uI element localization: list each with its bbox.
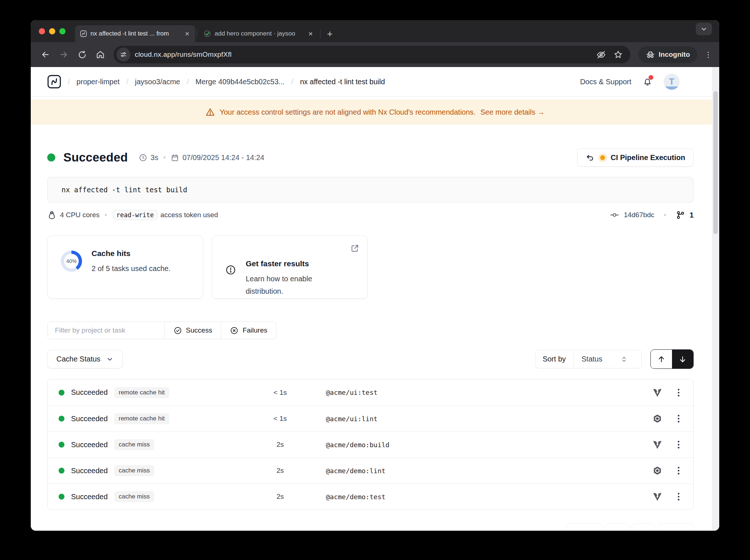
linux-penguin-icon — [47, 211, 56, 220]
task-status: Succeeded — [71, 415, 114, 423]
tab-nx-run[interactable]: nx affected -t lint test ... from × — [75, 25, 195, 42]
breadcrumb: / proper-limpet / jaysoo3/acme / Merge 4… — [47, 75, 385, 89]
task-menu-button[interactable] — [673, 387, 684, 398]
commit-sha[interactable]: 14d67bdc — [624, 211, 654, 219]
task-target[interactable]: @acme/demo:test — [326, 493, 386, 501]
docs-support-link[interactable]: Docs & Support — [580, 78, 631, 86]
task-duration: 2s — [260, 493, 300, 501]
distribution-line1: Learn how to enable — [246, 275, 312, 283]
calendar-icon — [171, 153, 179, 162]
chevron-down-icon — [701, 26, 707, 32]
address-bar[interactable]: cloud.nx.app/runs/smOmxpfXfl — [114, 46, 630, 63]
close-tab-icon[interactable]: × — [307, 30, 314, 38]
pagination-button[interactable] — [632, 523, 655, 531]
pagination-button[interactable] — [605, 523, 628, 531]
url-text[interactable]: cloud.nx.app/runs/smOmxpfXfl — [135, 51, 596, 59]
zoom-window-button[interactable] — [59, 28, 66, 34]
site-settings-button[interactable] — [116, 48, 130, 62]
task-target[interactable]: @acme/demo:lint — [326, 467, 386, 475]
bookmark-star-icon[interactable] — [613, 50, 623, 59]
run-status-row: Succeeded 3s 07/09/2025 14:24 - 14:24 — [47, 148, 694, 167]
pagination-row — [47, 523, 694, 531]
browser-menu-button[interactable]: ⋮ — [703, 50, 713, 59]
task-status: Succeeded — [71, 493, 114, 501]
task-duration: 2s — [260, 441, 300, 449]
task-menu-button[interactable] — [673, 413, 684, 424]
sort-select[interactable]: Status — [573, 350, 641, 368]
status-dot — [59, 468, 64, 474]
filter-input[interactable] — [48, 322, 164, 339]
close-window-button[interactable] — [39, 28, 45, 34]
incognito-icon — [646, 50, 655, 59]
minimize-window-button[interactable] — [49, 28, 55, 34]
access-control-banner[interactable]: Your access control settings are not ali… — [31, 100, 719, 125]
filter-success-button[interactable]: Success — [164, 322, 221, 339]
filter-failures-button[interactable]: Failures — [221, 322, 276, 339]
page: / proper-limpet / jaysoo3/acme / Merge 4… — [31, 67, 719, 531]
page-scrollbar[interactable] — [712, 67, 719, 531]
info-icon — [225, 264, 236, 275]
sort-group: Sort by Status — [535, 350, 642, 368]
task-row[interactable]: Succeeded remote cache hit < 1s @acme/ui… — [48, 405, 693, 431]
banner-message: Your access control settings are not ali… — [220, 108, 476, 116]
reload-button[interactable] — [74, 47, 90, 63]
filter-failures-label: Failures — [242, 326, 267, 334]
sort-ascending-button[interactable] — [651, 350, 672, 368]
filter-success-label: Success — [186, 326, 212, 334]
task-duration: < 1s — [260, 389, 300, 397]
status-dot — [59, 416, 64, 422]
task-row[interactable]: Succeeded cache miss 2s @acme/demo:test — [48, 483, 693, 509]
task-menu-button[interactable] — [673, 466, 684, 476]
sort-descending-button[interactable] — [672, 350, 693, 368]
filter-bar: Success Failures — [47, 322, 276, 339]
site-header: / proper-limpet / jaysoo3/acme / Merge 4… — [31, 67, 719, 97]
warning-icon — [205, 107, 215, 117]
avatar-letter: T — [669, 77, 675, 87]
task-row[interactable]: Succeeded cache miss 2s @acme/demo:build — [48, 431, 693, 457]
breadcrumb-repo[interactable]: jaysoo3/acme — [135, 78, 180, 86]
avatar[interactable]: T — [664, 74, 680, 90]
task-row[interactable]: Succeeded remote cache hit < 1s @acme/ui… — [48, 379, 693, 405]
nx-cloud-logo[interactable] — [47, 75, 61, 89]
status-dot — [59, 390, 64, 396]
task-target[interactable]: @acme/ui:lint — [326, 415, 378, 423]
cpu-cores: 4 CPU cores — [60, 211, 100, 219]
home-icon — [96, 50, 105, 59]
scrollbar-thumb[interactable] — [713, 91, 718, 234]
tab-pull-request[interactable]: add hero component · jaysoo × — [198, 25, 319, 42]
cache-status-badge: remote cache hit — [114, 387, 169, 398]
task-menu-button[interactable] — [673, 440, 684, 450]
vitest-icon — [652, 440, 662, 450]
chevron-down-icon — [106, 356, 114, 363]
home-button[interactable] — [92, 47, 108, 63]
banner-link[interactable]: See more details → — [480, 108, 545, 116]
run-command: nx affected -t lint test build — [47, 177, 694, 203]
task-menu-button[interactable] — [673, 492, 684, 502]
tab-title: add hero component · jaysoo — [215, 30, 303, 37]
eye-off-icon[interactable] — [596, 50, 606, 60]
close-tab-icon[interactable]: × — [183, 30, 191, 38]
cache-status-badge: remote cache hit — [114, 413, 169, 424]
cache-status-dropdown[interactable]: Cache Status — [47, 350, 123, 368]
ci-pipeline-execution-button[interactable]: CI Pipeline Execution — [577, 148, 694, 167]
back-button[interactable] — [37, 47, 53, 63]
breadcrumb-pipeline[interactable]: Merge 409b44e5cb02c53... — [196, 78, 285, 86]
run-duration: 3s — [151, 153, 158, 162]
tab-search-button[interactable] — [696, 23, 712, 35]
breadcrumb-workspace[interactable]: proper-limpet — [77, 78, 120, 86]
task-target[interactable]: @acme/ui:test — [326, 389, 378, 396]
browser-window: nx affected -t lint test ... from × add … — [31, 20, 719, 531]
distribution-card[interactable]: Get faster results Learn how to enable d… — [212, 236, 368, 299]
task-target[interactable]: @acme/demo:build — [326, 441, 389, 449]
pagination-button[interactable] — [658, 523, 694, 531]
status-dot — [59, 442, 64, 448]
pagination-button[interactable] — [567, 523, 602, 531]
forward-button[interactable] — [56, 47, 72, 63]
arrow-up-icon — [657, 355, 666, 364]
run-date-range: 07/09/2025 14:24 - 14:24 — [182, 153, 264, 162]
run-meta-row: 4 CPU cores read-write access token used… — [47, 210, 694, 220]
task-row[interactable]: Succeeded cache miss 2s @acme/demo:lint — [48, 457, 693, 483]
new-tab-button[interactable]: + — [322, 25, 338, 42]
notifications-button[interactable] — [642, 77, 653, 87]
x-circle-icon — [230, 326, 238, 335]
